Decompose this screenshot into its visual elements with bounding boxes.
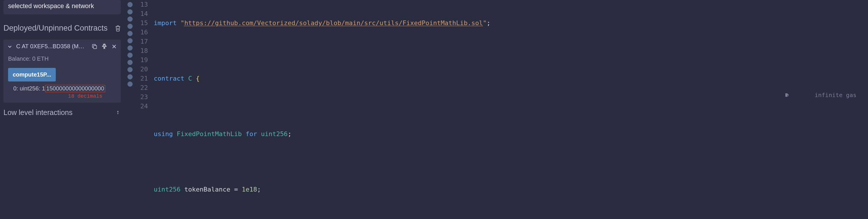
breakpoint-dot[interactable] bbox=[127, 74, 133, 80]
output-type: uint256: bbox=[20, 85, 40, 92]
svg-point-1 bbox=[118, 111, 118, 112]
svg-rect-0 bbox=[93, 45, 96, 49]
decimals-annotation: 18 decimals bbox=[53, 93, 117, 99]
line-number: 21 bbox=[136, 74, 148, 83]
breakpoint-dot[interactable] bbox=[127, 2, 133, 7]
gas-icon bbox=[784, 74, 812, 116]
contract-card: C AT 0XEF5...BD358 (MEMO Balance bbox=[3, 39, 121, 102]
line-number: 14 bbox=[136, 9, 148, 19]
balance-value: 0 ETH bbox=[32, 56, 49, 62]
gas-hint: infinite gas bbox=[784, 74, 857, 116]
code-line-15: contract C { bbox=[154, 74, 868, 83]
code-line-14 bbox=[154, 46, 868, 56]
code-content[interactable]: import "https://github.com/Vectorized/so… bbox=[154, 0, 868, 219]
code-line-20 bbox=[154, 213, 868, 219]
deployed-section-header: Deployed/Unpinned Contracts bbox=[3, 21, 121, 39]
function-output: 0: uint256: 1150000000000000000 bbox=[7, 85, 117, 92]
trash-icon[interactable] bbox=[115, 25, 121, 31]
breakpoint-dot[interactable] bbox=[127, 17, 133, 22]
code-line-19: uint256 tokenBalance = 1e18; bbox=[154, 185, 868, 194]
line-number: 24 bbox=[136, 102, 148, 111]
contract-header: C AT 0XEF5...BD358 (MEMO bbox=[7, 43, 117, 50]
line-number: 17 bbox=[136, 37, 148, 46]
low-level-label: Low level interactions bbox=[3, 108, 72, 117]
line-number: 13 bbox=[136, 0, 148, 9]
contract-address-label: C AT 0XEF5...BD358 (MEMO bbox=[16, 43, 88, 50]
breakpoint-dot[interactable] bbox=[127, 45, 133, 51]
workspace-hint-text: selected workspace & network bbox=[8, 2, 94, 9]
line-number: 20 bbox=[136, 65, 148, 74]
line-number: 18 bbox=[136, 46, 148, 56]
balance-line: Balance: 0 ETH bbox=[7, 56, 117, 62]
editor: 13 14 15 16 17 18 19 20 21 22 23 24 impo… bbox=[124, 0, 868, 219]
output-value-highlighted: 150000000000000000 bbox=[45, 85, 105, 92]
breakpoint-dot[interactable] bbox=[127, 9, 133, 14]
line-number: 15 bbox=[136, 19, 148, 28]
line-number-gutter: 13 14 15 16 17 18 19 20 21 22 23 24 bbox=[136, 0, 154, 219]
chevron-down-icon[interactable] bbox=[7, 43, 13, 50]
breakpoint-dot[interactable] bbox=[127, 38, 133, 43]
line-number: 19 bbox=[136, 56, 148, 65]
breakpoint-dot[interactable] bbox=[127, 24, 133, 29]
breakpoint-dot[interactable] bbox=[127, 31, 133, 36]
output-index: 0: bbox=[13, 85, 18, 92]
line-number: 23 bbox=[136, 92, 148, 102]
code-line-17: using FixedPointMathLib for uint256; bbox=[154, 129, 868, 139]
info-icon[interactable] bbox=[115, 110, 121, 116]
output-prefix: 1 bbox=[42, 85, 45, 92]
breakpoint-dot[interactable] bbox=[127, 53, 133, 58]
sidebar: selected workspace & network Deployed/Un… bbox=[0, 0, 124, 219]
deployed-section-title: Deployed/Unpinned Contracts bbox=[3, 24, 107, 33]
breakpoint-dot[interactable] bbox=[127, 67, 133, 72]
breakpoint-dot[interactable] bbox=[127, 82, 133, 87]
line-number: 16 bbox=[136, 28, 148, 37]
balance-label: Balance: bbox=[8, 56, 31, 62]
code-line-18 bbox=[154, 157, 868, 166]
code-line-16 bbox=[154, 102, 868, 111]
copy-icon[interactable] bbox=[91, 43, 98, 50]
pin-icon[interactable] bbox=[101, 43, 107, 50]
breakpoint-gutter[interactable] bbox=[124, 0, 136, 219]
breakpoint-dot[interactable] bbox=[127, 60, 133, 65]
code-line-13: import "https://github.com/Vectorized/so… bbox=[154, 19, 868, 28]
low-level-section: Low level interactions bbox=[3, 108, 121, 117]
compute-function-button[interactable]: compute15P... bbox=[8, 68, 56, 82]
gas-hint-text: infinite gas bbox=[815, 90, 857, 100]
close-icon[interactable] bbox=[111, 43, 117, 50]
workspace-hint: selected workspace & network bbox=[3, 0, 121, 14]
line-number: 22 bbox=[136, 83, 148, 92]
